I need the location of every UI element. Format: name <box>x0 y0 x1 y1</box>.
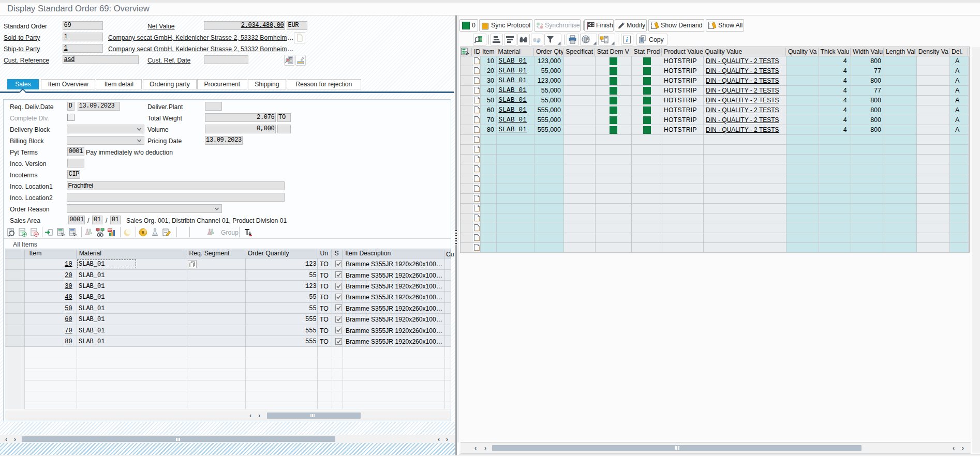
svg-text:5: 5 <box>142 230 144 235</box>
svg-text:i: i <box>626 36 628 43</box>
